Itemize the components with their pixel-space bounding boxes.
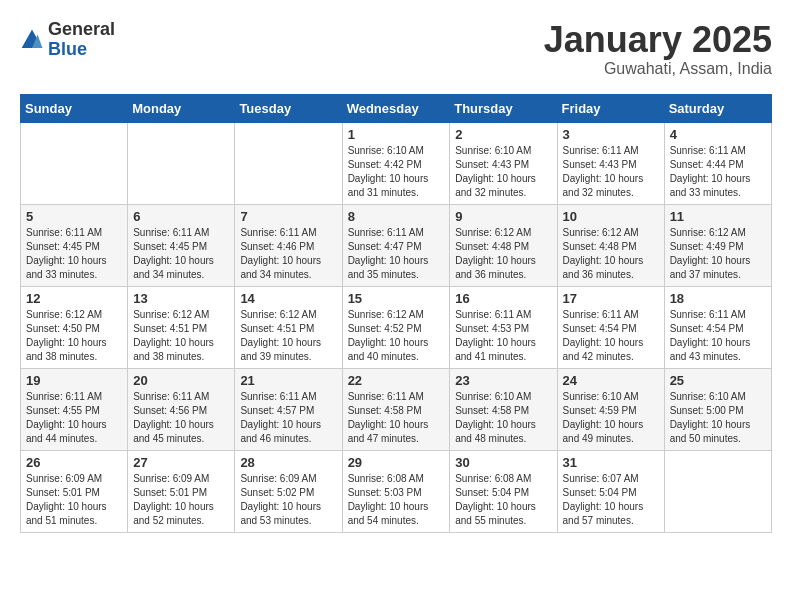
calendar-week-row: 19Sunrise: 6:11 AM Sunset: 4:55 PM Dayli… bbox=[21, 368, 772, 450]
day-number: 2 bbox=[455, 127, 551, 142]
day-number: 19 bbox=[26, 373, 122, 388]
logo-text: General Blue bbox=[48, 20, 115, 60]
day-info: Sunrise: 6:12 AM Sunset: 4:48 PM Dayligh… bbox=[455, 226, 551, 282]
day-number: 13 bbox=[133, 291, 229, 306]
weekday-header: Thursday bbox=[450, 94, 557, 122]
calendar-cell bbox=[235, 122, 342, 204]
calendar-cell: 19Sunrise: 6:11 AM Sunset: 4:55 PM Dayli… bbox=[21, 368, 128, 450]
day-info: Sunrise: 6:07 AM Sunset: 5:04 PM Dayligh… bbox=[563, 472, 659, 528]
calendar-week-row: 12Sunrise: 6:12 AM Sunset: 4:50 PM Dayli… bbox=[21, 286, 772, 368]
calendar-week-row: 1Sunrise: 6:10 AM Sunset: 4:42 PM Daylig… bbox=[21, 122, 772, 204]
day-info: Sunrise: 6:11 AM Sunset: 4:53 PM Dayligh… bbox=[455, 308, 551, 364]
day-number: 28 bbox=[240, 455, 336, 470]
calendar-cell: 22Sunrise: 6:11 AM Sunset: 4:58 PM Dayli… bbox=[342, 368, 450, 450]
day-info: Sunrise: 6:11 AM Sunset: 4:56 PM Dayligh… bbox=[133, 390, 229, 446]
day-number: 7 bbox=[240, 209, 336, 224]
day-number: 12 bbox=[26, 291, 122, 306]
day-info: Sunrise: 6:08 AM Sunset: 5:03 PM Dayligh… bbox=[348, 472, 445, 528]
day-number: 9 bbox=[455, 209, 551, 224]
day-number: 4 bbox=[670, 127, 766, 142]
calendar-cell bbox=[128, 122, 235, 204]
page-header: General Blue January 2025 Guwahati, Assa… bbox=[20, 20, 772, 78]
day-number: 27 bbox=[133, 455, 229, 470]
day-number: 17 bbox=[563, 291, 659, 306]
day-number: 20 bbox=[133, 373, 229, 388]
day-number: 11 bbox=[670, 209, 766, 224]
day-info: Sunrise: 6:12 AM Sunset: 4:52 PM Dayligh… bbox=[348, 308, 445, 364]
logo: General Blue bbox=[20, 20, 115, 60]
day-number: 30 bbox=[455, 455, 551, 470]
day-number: 29 bbox=[348, 455, 445, 470]
weekday-header: Wednesday bbox=[342, 94, 450, 122]
day-number: 24 bbox=[563, 373, 659, 388]
day-number: 14 bbox=[240, 291, 336, 306]
calendar-cell: 8Sunrise: 6:11 AM Sunset: 4:47 PM Daylig… bbox=[342, 204, 450, 286]
calendar-header: SundayMondayTuesdayWednesdayThursdayFrid… bbox=[21, 94, 772, 122]
calendar-cell: 16Sunrise: 6:11 AM Sunset: 4:53 PM Dayli… bbox=[450, 286, 557, 368]
day-number: 15 bbox=[348, 291, 445, 306]
day-info: Sunrise: 6:11 AM Sunset: 4:43 PM Dayligh… bbox=[563, 144, 659, 200]
day-info: Sunrise: 6:10 AM Sunset: 4:59 PM Dayligh… bbox=[563, 390, 659, 446]
calendar-cell: 15Sunrise: 6:12 AM Sunset: 4:52 PM Dayli… bbox=[342, 286, 450, 368]
day-info: Sunrise: 6:12 AM Sunset: 4:49 PM Dayligh… bbox=[670, 226, 766, 282]
calendar-cell: 2Sunrise: 6:10 AM Sunset: 4:43 PM Daylig… bbox=[450, 122, 557, 204]
day-number: 10 bbox=[563, 209, 659, 224]
day-info: Sunrise: 6:11 AM Sunset: 4:46 PM Dayligh… bbox=[240, 226, 336, 282]
calendar-cell: 29Sunrise: 6:08 AM Sunset: 5:03 PM Dayli… bbox=[342, 450, 450, 532]
month-title: January 2025 bbox=[544, 20, 772, 60]
calendar-cell: 4Sunrise: 6:11 AM Sunset: 4:44 PM Daylig… bbox=[664, 122, 771, 204]
calendar-cell: 9Sunrise: 6:12 AM Sunset: 4:48 PM Daylig… bbox=[450, 204, 557, 286]
day-number: 31 bbox=[563, 455, 659, 470]
calendar-cell bbox=[664, 450, 771, 532]
logo-general: General bbox=[48, 20, 115, 40]
logo-icon bbox=[20, 28, 44, 52]
calendar-cell: 5Sunrise: 6:11 AM Sunset: 4:45 PM Daylig… bbox=[21, 204, 128, 286]
day-number: 16 bbox=[455, 291, 551, 306]
calendar-cell: 30Sunrise: 6:08 AM Sunset: 5:04 PM Dayli… bbox=[450, 450, 557, 532]
weekday-header: Monday bbox=[128, 94, 235, 122]
location: Guwahati, Assam, India bbox=[544, 60, 772, 78]
day-info: Sunrise: 6:12 AM Sunset: 4:50 PM Dayligh… bbox=[26, 308, 122, 364]
day-info: Sunrise: 6:10 AM Sunset: 4:42 PM Dayligh… bbox=[348, 144, 445, 200]
calendar-cell: 27Sunrise: 6:09 AM Sunset: 5:01 PM Dayli… bbox=[128, 450, 235, 532]
calendar-cell: 14Sunrise: 6:12 AM Sunset: 4:51 PM Dayli… bbox=[235, 286, 342, 368]
weekday-row: SundayMondayTuesdayWednesdayThursdayFrid… bbox=[21, 94, 772, 122]
calendar-cell bbox=[21, 122, 128, 204]
calendar-cell: 17Sunrise: 6:11 AM Sunset: 4:54 PM Dayli… bbox=[557, 286, 664, 368]
calendar-week-row: 26Sunrise: 6:09 AM Sunset: 5:01 PM Dayli… bbox=[21, 450, 772, 532]
day-info: Sunrise: 6:11 AM Sunset: 4:54 PM Dayligh… bbox=[563, 308, 659, 364]
day-info: Sunrise: 6:12 AM Sunset: 4:48 PM Dayligh… bbox=[563, 226, 659, 282]
calendar-cell: 6Sunrise: 6:11 AM Sunset: 4:45 PM Daylig… bbox=[128, 204, 235, 286]
day-info: Sunrise: 6:11 AM Sunset: 4:45 PM Dayligh… bbox=[26, 226, 122, 282]
day-number: 21 bbox=[240, 373, 336, 388]
day-info: Sunrise: 6:11 AM Sunset: 4:54 PM Dayligh… bbox=[670, 308, 766, 364]
day-info: Sunrise: 6:09 AM Sunset: 5:02 PM Dayligh… bbox=[240, 472, 336, 528]
day-info: Sunrise: 6:09 AM Sunset: 5:01 PM Dayligh… bbox=[26, 472, 122, 528]
title-block: January 2025 Guwahati, Assam, India bbox=[544, 20, 772, 78]
day-info: Sunrise: 6:11 AM Sunset: 4:44 PM Dayligh… bbox=[670, 144, 766, 200]
day-number: 22 bbox=[348, 373, 445, 388]
calendar-cell: 25Sunrise: 6:10 AM Sunset: 5:00 PM Dayli… bbox=[664, 368, 771, 450]
day-number: 26 bbox=[26, 455, 122, 470]
day-number: 23 bbox=[455, 373, 551, 388]
day-info: Sunrise: 6:11 AM Sunset: 4:47 PM Dayligh… bbox=[348, 226, 445, 282]
day-info: Sunrise: 6:09 AM Sunset: 5:01 PM Dayligh… bbox=[133, 472, 229, 528]
day-info: Sunrise: 6:12 AM Sunset: 4:51 PM Dayligh… bbox=[133, 308, 229, 364]
weekday-header: Sunday bbox=[21, 94, 128, 122]
day-number: 25 bbox=[670, 373, 766, 388]
logo-blue: Blue bbox=[48, 40, 115, 60]
calendar-body: 1Sunrise: 6:10 AM Sunset: 4:42 PM Daylig… bbox=[21, 122, 772, 532]
day-info: Sunrise: 6:10 AM Sunset: 4:43 PM Dayligh… bbox=[455, 144, 551, 200]
day-number: 6 bbox=[133, 209, 229, 224]
weekday-header: Friday bbox=[557, 94, 664, 122]
calendar-table: SundayMondayTuesdayWednesdayThursdayFrid… bbox=[20, 94, 772, 533]
day-info: Sunrise: 6:11 AM Sunset: 4:57 PM Dayligh… bbox=[240, 390, 336, 446]
day-number: 3 bbox=[563, 127, 659, 142]
calendar-cell: 24Sunrise: 6:10 AM Sunset: 4:59 PM Dayli… bbox=[557, 368, 664, 450]
calendar-cell: 23Sunrise: 6:10 AM Sunset: 4:58 PM Dayli… bbox=[450, 368, 557, 450]
day-number: 18 bbox=[670, 291, 766, 306]
calendar-cell: 26Sunrise: 6:09 AM Sunset: 5:01 PM Dayli… bbox=[21, 450, 128, 532]
weekday-header: Saturday bbox=[664, 94, 771, 122]
calendar-cell: 12Sunrise: 6:12 AM Sunset: 4:50 PM Dayli… bbox=[21, 286, 128, 368]
calendar-cell: 11Sunrise: 6:12 AM Sunset: 4:49 PM Dayli… bbox=[664, 204, 771, 286]
